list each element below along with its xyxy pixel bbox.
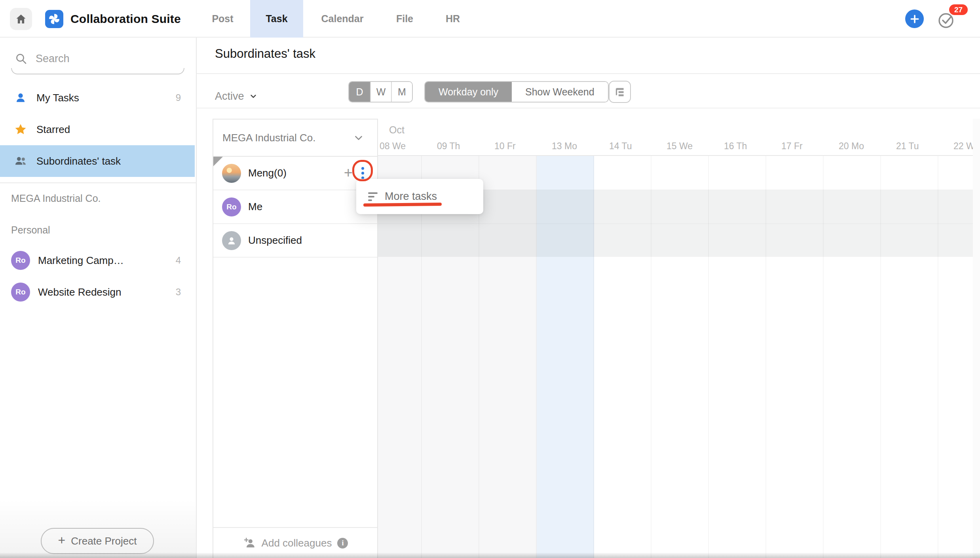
tab-hr[interactable]: HR [435, 0, 470, 38]
context-menu-popup: More tasks [356, 179, 483, 214]
toolbar: Active D W M Workday only Show Weekend [197, 74, 980, 119]
more-tasks-icon [368, 192, 378, 201]
day-label: 15 We [667, 141, 693, 152]
timeline-grid [378, 156, 980, 558]
home-icon [15, 13, 27, 25]
outline-view-button[interactable] [609, 81, 631, 103]
menu-item-more-tasks[interactable]: More tasks [356, 179, 483, 214]
create-new-button[interactable] [905, 9, 924, 28]
project-label: Marketing Camp… [38, 254, 124, 267]
chevron-down-icon [249, 92, 258, 101]
sidebar-item-label: My Tasks [36, 92, 79, 104]
day-label: 16 Th [724, 141, 747, 152]
project-count: 4 [176, 255, 181, 266]
outline-tree-icon [613, 85, 627, 99]
right-gutter [973, 119, 980, 558]
search-row [0, 44, 197, 79]
people-icon [14, 154, 27, 168]
section-label-org[interactable]: MEGA Industrial Co. [11, 193, 101, 204]
menu-item-label: More tasks [385, 190, 437, 203]
sidebar-item-starred[interactable]: Starred [0, 114, 195, 145]
month-label: Oct [389, 124, 405, 136]
avatar: Ro [222, 197, 241, 216]
add-task-button[interactable]: + [344, 165, 353, 180]
page-title: Subordinates' task [215, 47, 315, 61]
plus-icon [910, 14, 920, 24]
person-row-me[interactable]: Ro Me [213, 190, 377, 224]
person-name: Unspecified [248, 234, 302, 247]
search-input[interactable] [36, 51, 170, 66]
add-colleagues-label: Add colleagues [262, 537, 332, 549]
search-icon [15, 52, 27, 65]
tab-file[interactable]: File [386, 0, 424, 38]
search-underline [11, 68, 184, 74]
project-count: 3 [176, 287, 181, 298]
top-navigation-bar: Collaboration Suite Post Task Calendar F… [0, 0, 980, 38]
annotation-red-circle [352, 160, 373, 181]
timeline-row-unspecified [378, 223, 980, 257]
project-avatar: Ro [11, 283, 30, 302]
day-label: 14 Tu [609, 141, 632, 152]
status-filter-dropdown[interactable]: Active [215, 85, 258, 107]
sidebar-project-marketing[interactable]: Ro Marketing Camp… 4 [0, 245, 195, 276]
person-add-icon [243, 536, 256, 550]
pinwheel-logo-icon [47, 12, 61, 26]
zoom-week-button[interactable]: W [370, 82, 391, 102]
timeline-header: Oct 08 We 09 Th 10 Fr 13 Mo 14 Tu 15 We … [378, 119, 980, 156]
unassigned-avatar [222, 231, 241, 250]
create-project-label: Create Project [71, 535, 137, 547]
weekend-toggle: Workday only Show Weekend [424, 81, 609, 102]
sidebar: My Tasks 9 Starred Subordinates' task ME… [0, 38, 197, 558]
app-title: Collaboration Suite [70, 0, 181, 38]
tab-calendar[interactable]: Calendar [313, 0, 372, 38]
day-label: 21 Tu [896, 141, 919, 152]
app-logo[interactable] [45, 10, 63, 28]
notification-badge: 27 [949, 4, 968, 15]
person-silhouette-icon [226, 235, 237, 247]
zoom-level-toggle: D W M [348, 81, 413, 102]
day-label: 08 We [380, 141, 406, 152]
project-label: Website Redesign [38, 286, 122, 298]
project-avatar: Ro [11, 251, 30, 270]
plus-icon: + [58, 534, 66, 547]
avatar-photo [222, 164, 241, 183]
sidebar-item-subordinates-task[interactable]: Subordinates' task [0, 145, 195, 177]
gantt-people-panel: MEGA Industrial Co. Meng(0) + Ro Me Unsp… [213, 119, 378, 558]
show-weekend-button[interactable]: Show Weekend [512, 82, 608, 102]
day-label: 20 Mo [839, 141, 864, 152]
group-selector-dropdown[interactable]: MEGA Industrial Co. [213, 120, 377, 157]
status-filter-label: Active [215, 90, 244, 102]
chevron-down-icon [353, 132, 365, 144]
person-name: Meng(0) [248, 167, 287, 179]
create-project-button[interactable]: + Create Project [41, 528, 154, 554]
section-label-personal[interactable]: Personal [11, 224, 50, 236]
home-button[interactable] [10, 8, 32, 30]
divider [197, 108, 980, 108]
workday-only-button[interactable]: Workday only [425, 82, 512, 102]
group-selector-label: MEGA Industrial Co. [222, 132, 316, 144]
task-count: 9 [176, 92, 181, 103]
info-icon[interactable]: i [337, 538, 348, 549]
person-icon [14, 91, 27, 104]
tab-post[interactable]: Post [206, 0, 239, 38]
sidebar-item-label: Subordinates' task [36, 155, 121, 167]
page-bottom-edge [0, 553, 980, 558]
person-row-unspecified[interactable]: Unspecified [213, 224, 377, 258]
sidebar-item-my-tasks[interactable]: My Tasks 9 [0, 82, 195, 114]
day-label: 17 Fr [781, 141, 803, 152]
day-label: 09 Th [437, 141, 460, 152]
tab-task[interactable]: Task [250, 0, 303, 38]
sidebar-divider [0, 182, 197, 183]
day-label: 10 Fr [494, 141, 516, 152]
fold-corner-marker [213, 157, 223, 166]
person-name: Me [248, 201, 262, 213]
day-label: 13 Mo [552, 141, 577, 152]
zoom-month-button[interactable]: M [391, 82, 412, 102]
sidebar-project-website[interactable]: Ro Website Redesign 3 [0, 277, 195, 307]
zoom-day-button[interactable]: D [349, 82, 370, 102]
sidebar-item-label: Starred [36, 123, 70, 136]
star-icon [14, 123, 27, 136]
